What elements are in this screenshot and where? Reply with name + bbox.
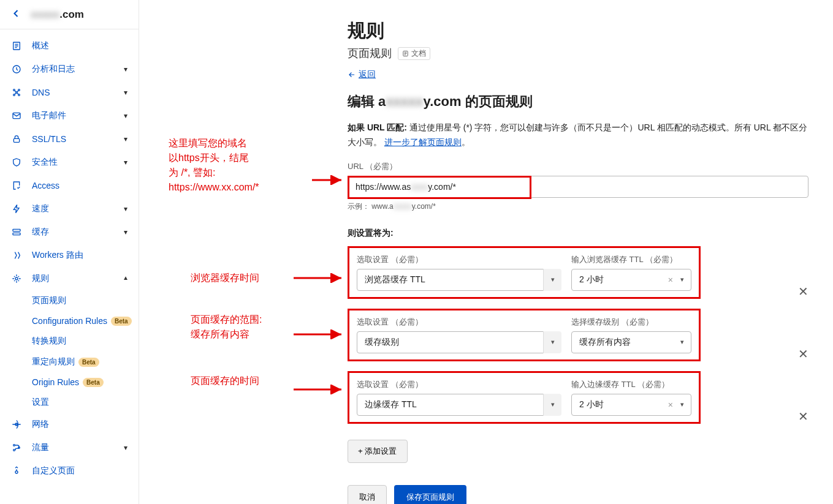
sidebar-item-custom[interactable]: 自定义页面 — [0, 459, 139, 483]
sidebar-item-lock[interactable]: SSL/TLS▾ — [0, 127, 139, 151]
chevron-down-icon[interactable]: ▾ — [673, 269, 691, 291]
chevron-down-icon[interactable]: ▾ — [673, 331, 691, 353]
annotation-s1: 浏览器缓存时间 — [191, 271, 259, 285]
sidebar-item-shield[interactable]: 安全性▾ — [0, 151, 139, 174]
traffic-icon — [11, 442, 22, 453]
nav: 概述分析和日志▾DNS▾电子邮件▾SSL/TLS▾安全性▾Access速度▾缓存… — [0, 29, 139, 487]
annotation-s2: 页面缓存的范围: 缓存所有内容 — [191, 312, 262, 342]
back-icon[interactable] — [10, 7, 22, 21]
learn-more-link[interactable]: 进一步了解页面规则 — [384, 137, 462, 147]
setting-box-0: 选取设置 （必需） 浏览器缓存 TTL ▾ 输入浏览器缓存 TTL （必需） 2… — [348, 246, 701, 299]
chevron-down-icon: ▾ — [124, 158, 127, 167]
sidebar-item-label: DNS — [32, 88, 50, 97]
cache-icon — [11, 227, 22, 238]
chevron-down-icon: ▾ — [124, 65, 127, 73]
beta-badge: Beta — [83, 378, 104, 387]
sidebar-item-label: 电子邮件 — [32, 110, 66, 121]
sidebar-item-label: 自定义页面 — [32, 465, 75, 476]
network-icon — [11, 419, 22, 430]
sidebar-item-label: 规则 — [32, 273, 49, 284]
chevron-down-icon[interactable]: ▾ — [543, 269, 561, 291]
sub-item[interactable]: 转换规则 — [32, 331, 139, 352]
shield-icon — [11, 157, 22, 168]
svg-rect-10 — [13, 233, 20, 235]
doc-badge[interactable]: 文档 — [398, 47, 430, 60]
sidebar-item-label: Workers 路由 — [32, 250, 83, 261]
sidebar-item-label: 速度 — [32, 203, 49, 214]
remove-setting-button[interactable]: ✕ — [798, 284, 808, 299]
dns-icon — [11, 87, 22, 98]
chevron-down-icon: ▾ — [124, 274, 127, 283]
svg-point-16 — [15, 471, 18, 473]
sub-item[interactable]: 页面规则 — [32, 290, 139, 311]
bolt-icon — [11, 203, 22, 214]
sidebar-item-label: SSL/TLS — [32, 134, 66, 144]
remove-setting-button[interactable]: ✕ — [798, 409, 808, 424]
page-subtitle: 页面规则 — [348, 46, 392, 61]
chevron-down-icon[interactable]: ▾ — [543, 394, 561, 416]
edit-heading: 编辑 axxxxxy.com 的页面规则 — [348, 92, 808, 111]
svg-point-13 — [13, 445, 15, 446]
help-text: 如果 URL 匹配: 通过使用星号 (*) 字符，您可以创建与许多（而不只是一个… — [348, 121, 808, 150]
sidebar-item-label: Access — [32, 181, 59, 190]
chevron-down-icon: ▾ — [124, 443, 127, 452]
lock-icon — [11, 134, 22, 145]
url-label: URL （必需） — [348, 161, 808, 172]
sub-item[interactable]: 重定向规则Beta — [32, 352, 139, 372]
sidebar-item-email[interactable]: 电子邮件▾ — [0, 104, 139, 127]
sidebar-item-access[interactable]: Access — [0, 174, 139, 197]
clear-icon[interactable]: × — [668, 400, 673, 410]
pick-select[interactable]: 边缘缓存 TTL — [357, 394, 560, 416]
sub-item[interactable]: 设置 — [32, 392, 139, 413]
sidebar-item-label: 安全性 — [32, 157, 58, 168]
clear-icon[interactable]: × — [668, 275, 673, 285]
sidebar-item-label: 缓存 — [32, 227, 49, 238]
remove-setting-button[interactable]: ✕ — [798, 347, 808, 361]
chevron-down-icon: ▾ — [124, 205, 127, 213]
pick-select[interactable]: 缓存级别 — [357, 331, 560, 353]
sidebar-item-dns[interactable]: DNS▾ — [0, 81, 139, 104]
domain-header: xxxxx.com — [0, 0, 139, 29]
sidebar-item-bolt[interactable]: 速度▾ — [0, 197, 139, 220]
sidebar-item-label: 概述 — [32, 40, 49, 51]
sidebar-item-label: 分析和日志 — [32, 64, 75, 75]
value-label: 输入浏览器缓存 TTL （必需） — [571, 254, 691, 265]
chevron-down-icon: ▾ — [124, 88, 127, 97]
sub-item[interactable]: Origin RulesBeta — [32, 372, 139, 392]
chevron-down-icon[interactable]: ▾ — [543, 331, 561, 353]
sidebar-item-analytics[interactable]: 分析和日志▾ — [0, 58, 139, 81]
sidebar-item-overview[interactable]: 概述 — [0, 34, 139, 58]
access-icon — [11, 180, 22, 191]
back-link[interactable]: 返回 — [348, 69, 376, 80]
page-title: 规则 — [348, 18, 808, 43]
svg-rect-8 — [13, 138, 19, 142]
save-button[interactable]: 保存页面规则 — [394, 485, 466, 504]
rules-icon — [11, 273, 22, 284]
arrow-icon — [294, 329, 346, 339]
sidebar-item-network[interactable]: 网络 — [0, 413, 139, 436]
svg-rect-9 — [13, 229, 20, 231]
sidebar-item-rules[interactable]: 规则▾ — [0, 267, 139, 290]
add-setting-button[interactable]: + 添加设置 — [348, 440, 408, 463]
sub-item[interactable]: Configuration RulesBeta — [32, 311, 139, 331]
main: 规则 页面规则 文档 返回 编辑 axxxxxy.com 的页面规则 如果 U — [139, 0, 833, 504]
url-input[interactable]: https://www.asxxxxy.com/* — [348, 176, 808, 198]
url-example: 示例： www.axxxxxy.com/* — [348, 201, 808, 212]
sidebar-item-label: 流量 — [32, 442, 49, 453]
sidebar-item-cache[interactable]: 缓存▾ — [0, 220, 139, 244]
arrow-icon — [312, 175, 346, 185]
beta-badge: Beta — [111, 317, 132, 326]
beta-badge: Beta — [78, 358, 99, 367]
annotation-url: 这里填写您的域名 以https开头，结尾 为 /*, 譬如: https://w… — [169, 136, 259, 195]
chevron-down-icon[interactable]: ▾ — [673, 394, 691, 416]
pick-select[interactable]: 浏览器缓存 TTL — [357, 269, 560, 291]
svg-point-11 — [15, 277, 18, 280]
sidebar-item-traffic[interactable]: 流量▾ — [0, 436, 139, 459]
email-icon — [11, 110, 22, 121]
sidebar-item-label: 网络 — [32, 419, 49, 430]
then-title: 则设置将为: — [348, 228, 808, 239]
workers-icon — [11, 250, 22, 261]
sidebar-item-workers[interactable]: Workers 路由 — [0, 244, 139, 267]
cancel-button[interactable]: 取消 — [348, 485, 387, 504]
custom-icon — [11, 465, 22, 476]
